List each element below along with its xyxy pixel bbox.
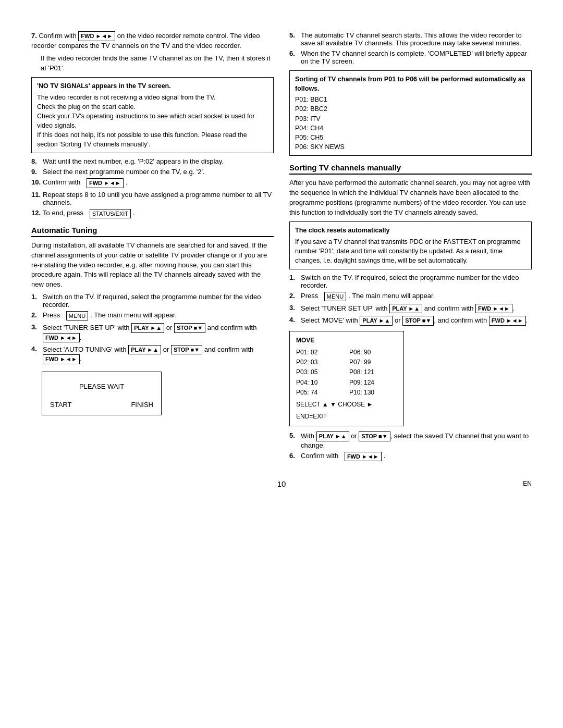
finish-label: FINISH xyxy=(131,401,153,409)
clock-box-body: If you save a TV channel that transmits … xyxy=(295,237,526,265)
move-row-3-left: P04: 10 xyxy=(296,378,344,388)
at-step-3: 3. Select 'TUNER SET UP' with PLAY ►▲ or… xyxy=(31,323,274,342)
move-row-0-right: P06: 90 xyxy=(349,348,397,357)
clock-box: The clock resets automatically If you sa… xyxy=(289,221,532,269)
step-9-number: 9. xyxy=(31,168,41,176)
channel-p03: P03: ITV xyxy=(295,114,526,124)
no-tv-signals-box: 'NO TV SIGNALs' appears in the TV screen… xyxy=(31,77,274,153)
move-row-4-right: P10: 130 xyxy=(349,388,397,398)
fwd-btn-ms6: FWD ►◄► xyxy=(345,452,382,461)
step-8-number: 8. xyxy=(31,157,41,165)
play-btn-ms3: PLAY ►▲ xyxy=(389,304,422,313)
ms-step-1: 1. Switch on the TV. If required, select… xyxy=(289,274,532,289)
step-7-number: 7. xyxy=(31,32,37,40)
stop-btn-at4: STOP ■▼ xyxy=(171,345,202,354)
step-7-text-pre: Confirm with xyxy=(39,32,76,40)
ms-step-2: 2. Press MENU. The main menu will appear… xyxy=(289,292,532,301)
move-row-0-left: P01: 02 xyxy=(296,348,344,357)
menu-btn-ms: MENU xyxy=(324,292,346,301)
move-box-title: MOVE xyxy=(296,336,397,346)
step-10-text: Confirm with xyxy=(43,178,80,188)
step-12-text: To end, press xyxy=(43,209,83,218)
sorting-body: After you have performed the automatic c… xyxy=(289,178,532,217)
step-6: 6. When the TV channel search is complet… xyxy=(289,50,532,65)
at-step-4-number: 4. xyxy=(31,345,41,364)
at-step-1: 1. Switch on the TV. If required, select… xyxy=(31,293,274,309)
step-11-text: Repeat steps 8 to 10 until you have assi… xyxy=(43,191,274,206)
lang-label: EN xyxy=(523,480,532,487)
left-column: 7. Confirm with FWD ►◄► on the video rec… xyxy=(31,31,274,464)
move-row-4-left: P05: 74 xyxy=(296,388,344,398)
at-step-3-text: Select 'TUNER SET UP' with xyxy=(43,324,130,331)
move-row-1-right: P07: 99 xyxy=(349,357,397,367)
no-tv-line-2: Check the plug on the scart cable. xyxy=(37,102,268,112)
page-footer: 10 EN xyxy=(31,479,532,488)
ms-step-6: 6. Confirm with FWD ►◄►. xyxy=(289,452,532,461)
at-step-4: 4. Select 'AUTO TUNING' with PLAY ►▲ or … xyxy=(31,345,274,364)
step-6-number: 6. xyxy=(289,50,299,65)
step-9-text: Select the next programme number on the … xyxy=(43,168,205,176)
move-footer-1: SELECT ▲ ▼ CHOOSE ► xyxy=(296,400,397,410)
play-btn-at4: PLAY ►▲ xyxy=(128,345,161,354)
play-btn-ms4: PLAY ►▲ xyxy=(360,316,393,325)
stop-btn-ms4: STOP ■▼ xyxy=(402,316,434,325)
please-wait-label: PLEASE WAIT xyxy=(50,382,153,390)
at-step-2-cont: . The main menu will appear. xyxy=(90,311,177,320)
channel-p06: P06: SKY NEWS xyxy=(295,142,526,152)
step-7-sub: If the video recorder finds the same TV … xyxy=(41,54,274,73)
move-row-1-left: P02: 03 xyxy=(296,357,344,367)
channel-p04: P04: CH4 xyxy=(295,124,526,133)
no-tv-line-3: Check your TV's operating instructions t… xyxy=(37,112,268,130)
no-tv-signals-title: 'NO TV SIGNALs' appears in the TV screen… xyxy=(37,81,268,91)
fwd-btn-ms4: FWD ►◄► xyxy=(489,316,526,325)
ms-step-3-text: Select 'TUNER SET UP' with xyxy=(301,304,388,312)
ms-step-2-cont: . The main menu will appear. xyxy=(348,292,435,301)
at-step-1-text: Switch on the TV. If required, select th… xyxy=(43,293,274,309)
start-finish-row: START FINISH xyxy=(50,401,153,409)
no-tv-line-4: If this does not help, it's not possible… xyxy=(37,130,268,149)
at-step-2-number: 2. xyxy=(31,311,41,320)
ms-step-1-number: 1. xyxy=(289,274,299,289)
step-11-number: 11. xyxy=(31,191,41,206)
step-12: 12. To end, press STATUS/EXIT. xyxy=(31,209,274,218)
ms-step-3: 3. Select 'TUNER SET UP' with PLAY ►▲ an… xyxy=(289,304,532,313)
sorting-channels-box: Sorting of TV channels from P01 to P06 w… xyxy=(289,70,532,156)
auto-tuning-body: During installation, all available TV ch… xyxy=(31,241,274,290)
step-5-text: The automatic TV channel search starts. … xyxy=(301,31,532,47)
step-12-number: 12. xyxy=(31,209,41,218)
step-9: 9. Select the next programme number on t… xyxy=(31,168,274,176)
stop-btn-ms5: STOP ■▼ xyxy=(359,431,390,441)
at-step-3-number: 3. xyxy=(31,323,41,342)
stop-btn-at3: STOP ■▼ xyxy=(174,323,205,332)
ms-step-2-number: 2. xyxy=(289,292,299,301)
step-5: 5. The automatic TV channel search start… xyxy=(289,31,532,47)
step-8: 8. Wait until the next number, e.g. 'P:0… xyxy=(31,157,274,165)
ms-step-2-pre: Press xyxy=(301,292,318,301)
fwd-btn-at3: FWD ►◄► xyxy=(43,333,80,342)
move-footer-2: END=EXIT xyxy=(296,412,397,422)
move-row-2-left: P03: 05 xyxy=(296,367,344,377)
menu-btn-at: MENU xyxy=(66,311,88,320)
move-grid: P01: 02 P06: 90 P02: 03 P07: 99 P03: 05 … xyxy=(296,348,397,398)
step-11: 11. Repeat steps 8 to 10 until you have … xyxy=(31,191,274,206)
channel-p05: P05: CH5 xyxy=(295,133,526,142)
move-row-3-right: P09: 124 xyxy=(349,378,397,388)
status-exit-btn: STATUS/EXIT xyxy=(90,209,131,218)
ms-step-1-text: Switch on the TV. If required, select th… xyxy=(301,274,532,289)
step-7: 7. Confirm with FWD ►◄► on the video rec… xyxy=(31,31,274,73)
fwd-btn-7: FWD ►◄► xyxy=(78,31,115,41)
fwd-btn-ms3: FWD ►◄► xyxy=(475,304,512,313)
play-btn-at3: PLAY ►▲ xyxy=(131,323,164,332)
step-8-text: Wait until the next number, e.g. 'P:02' … xyxy=(43,157,224,165)
sorting-channels-title: Sorting of TV channels from P01 to P06 w… xyxy=(295,75,526,93)
ms-step-5-number: 5. xyxy=(289,431,299,449)
ms-step-6-number: 6. xyxy=(289,452,299,461)
step-5-number: 5. xyxy=(289,31,299,47)
no-tv-line-1: The video recorder is not receiving a vi… xyxy=(37,93,268,102)
step-10: 10. Confirm with FWD ►◄►. xyxy=(31,178,274,188)
clock-box-title: The clock resets automatically xyxy=(295,226,526,235)
page-number: 10 xyxy=(277,479,286,488)
ms-step-3-number: 3. xyxy=(289,304,299,313)
at-step-2-pre: Press xyxy=(43,311,60,320)
ms-step-4: 4. Select 'MOVE' with PLAY ►▲ or STOP ■▼… xyxy=(289,316,532,325)
